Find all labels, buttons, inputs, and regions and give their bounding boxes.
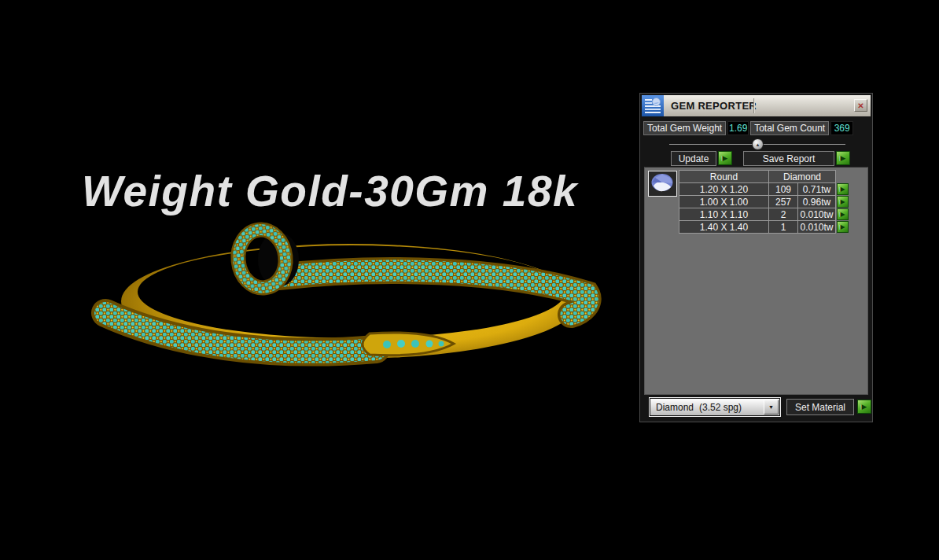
material-bar: Diamond (3.52 spg) ▼ Set Material ▶ bbox=[640, 393, 872, 422]
gem-size-cell: 1.00 X 1.00 bbox=[679, 196, 769, 208]
play-icon: ▶ bbox=[840, 186, 845, 193]
gem-table: Round Diamond 1.20 X 1.20 109 0.71tw ▶ 1… bbox=[679, 170, 850, 234]
weight-caption: Weight Gold-30Gm 18k bbox=[82, 166, 578, 216]
gem-reporter-app-icon bbox=[642, 95, 664, 116]
table-row: 1.10 X 1.10 2 0.010tw ▶ bbox=[679, 208, 850, 221]
row-detail-button[interactable]: ▶ bbox=[837, 208, 849, 220]
gem-thumbnail[interactable] bbox=[648, 171, 677, 197]
table-header-row: Round Diamond bbox=[679, 171, 850, 183]
gem-icon bbox=[650, 173, 675, 194]
update-go-button[interactable]: ▶ bbox=[718, 151, 732, 165]
row-detail-button[interactable]: ▶ bbox=[837, 183, 849, 195]
action-buttons-row: Update ▶ Save Report ▶ bbox=[640, 151, 872, 167]
table-row: 1.00 X 1.00 257 0.96tw ▶ bbox=[679, 196, 850, 208]
gem-count-cell: 1 bbox=[769, 221, 798, 234]
chevron-down-icon: ▼ bbox=[768, 404, 774, 410]
dropdown-button[interactable]: ▼ bbox=[764, 400, 779, 414]
gem-weight-cell: 0.010tw bbox=[798, 221, 836, 234]
save-report-go-button[interactable]: ▶ bbox=[836, 151, 850, 165]
gem-count-cell: 2 bbox=[769, 208, 798, 221]
close-icon: ✕ bbox=[857, 101, 864, 110]
gem-count-cell: 109 bbox=[769, 183, 798, 196]
gem-size-cell: 1.10 X 1.10 bbox=[679, 208, 769, 221]
row-detail-button[interactable]: ▶ bbox=[837, 196, 849, 208]
material-dropdown-value: Diamond bbox=[650, 402, 699, 413]
panel-splitter: ▲ bbox=[640, 138, 872, 150]
play-icon: ▶ bbox=[840, 223, 845, 230]
shape-column-header: Round bbox=[679, 171, 769, 183]
total-gem-count-label: Total Gem Count bbox=[750, 121, 829, 135]
gem-size-cell: 1.20 X 1.20 bbox=[679, 183, 769, 196]
save-report-button[interactable]: Save Report bbox=[743, 151, 834, 166]
gem-count-cell: 257 bbox=[769, 196, 798, 208]
totals-row: Total Gem Weight 1.69 Total Gem Count 36… bbox=[643, 120, 869, 135]
gem-weight-cell: 0.010tw bbox=[798, 208, 836, 221]
total-gem-weight-value: 1.69 bbox=[727, 121, 749, 135]
gem-weight-cell: 0.71tw bbox=[798, 183, 836, 196]
play-icon: ▶ bbox=[862, 403, 867, 411]
set-material-button[interactable]: Set Material bbox=[786, 399, 854, 415]
chevron-up-icon: ▲ bbox=[756, 142, 760, 147]
material-column-header: Diamond bbox=[769, 171, 836, 183]
header-spacer bbox=[836, 171, 850, 183]
play-icon: ▶ bbox=[840, 211, 845, 218]
play-icon: ▶ bbox=[840, 198, 845, 205]
bracelet-render bbox=[0, 0, 629, 560]
set-material-go-button[interactable]: ▶ bbox=[857, 400, 871, 414]
window-title: GEM REPORTER bbox=[664, 100, 757, 112]
table-row: 1.40 X 1.40 1 0.010tw ▶ bbox=[679, 221, 850, 234]
gem-reporter-window: GEM REPORTER ✕ Total Gem Weight 1.69 Tot… bbox=[639, 93, 873, 422]
update-button[interactable]: Update bbox=[671, 151, 716, 166]
table-row: 1.20 X 1.20 109 0.71tw ▶ bbox=[679, 183, 850, 196]
gem-size-cell: 1.40 X 1.40 bbox=[679, 221, 769, 234]
play-icon: ▶ bbox=[723, 154, 728, 162]
close-button[interactable]: ✕ bbox=[854, 99, 867, 112]
report-area: Round Diamond 1.20 X 1.20 109 0.71tw ▶ 1… bbox=[644, 167, 868, 395]
splitter-handle[interactable]: ▲ bbox=[752, 138, 764, 150]
play-icon: ▶ bbox=[841, 154, 846, 162]
titlebar[interactable]: GEM REPORTER ✕ bbox=[642, 95, 871, 116]
total-gem-count-value: 369 bbox=[830, 121, 853, 135]
material-dropdown-detail: (3.52 spg) bbox=[699, 402, 742, 413]
titlebar-divider bbox=[753, 98, 755, 113]
app-screen: Weight Gold-30Gm 18k GEM REPORTER ✕ bbox=[0, 0, 939, 560]
gem-weight-cell: 0.96tw bbox=[798, 196, 836, 208]
row-detail-button[interactable]: ▶ bbox=[837, 221, 849, 233]
total-gem-weight-label: Total Gem Weight bbox=[643, 121, 726, 135]
material-dropdown[interactable]: Diamond (3.52 spg) ▼ bbox=[650, 398, 780, 416]
